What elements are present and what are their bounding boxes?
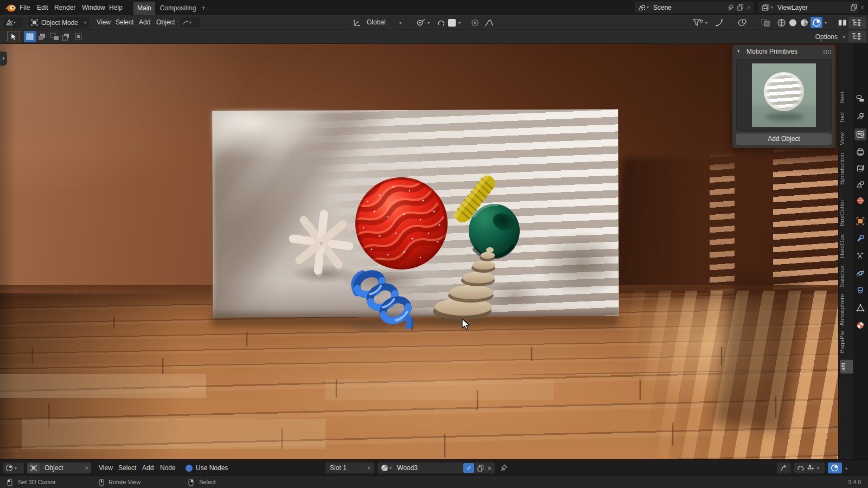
sidebar-tab-strip: Item Tool View Bproduction BoxCutter Har…: [838, 44, 853, 459]
output-properties-icon[interactable]: [854, 146, 866, 158]
sidebar-tab-tool[interactable]: Tool: [839, 112, 853, 123]
world-properties-icon[interactable]: [854, 195, 866, 207]
orientation-icon: [353, 19, 361, 27]
overlays-icon[interactable]: [738, 18, 748, 27]
proportional-edit-icon[interactable]: [437, 19, 445, 27]
visibility-filter-icon[interactable]: [693, 19, 704, 27]
snap-icon[interactable]: [417, 19, 426, 27]
snapping-group[interactable]: ▾: [794, 463, 825, 473]
sidebar-tab-sanctus[interactable]: Sanctus: [839, 266, 853, 287]
shader-editor-header: ▾ Object ▾ View Select Add Node Use Node…: [0, 459, 868, 476]
tweak-tool-button[interactable]: [7, 31, 20, 42]
menu-select[interactable]: Select: [116, 15, 133, 30]
proportional-connected-icon[interactable]: [471, 19, 479, 27]
material-properties-icon[interactable]: [854, 319, 866, 331]
shader-menu-select[interactable]: Select: [118, 460, 136, 476]
select-invert-icon[interactable]: [62, 33, 72, 41]
sidebar-tab-view[interactable]: View: [839, 132, 853, 145]
editor-type-button-shader[interactable]: ▾: [3, 463, 24, 473]
scene-close-icon[interactable]: ×: [747, 4, 751, 11]
menu-view[interactable]: View: [97, 15, 111, 30]
mode-dropdown[interactable]: Object Mode ▾: [28, 17, 89, 28]
menu-file[interactable]: File: [20, 0, 30, 15]
select-subtract-icon[interactable]: [50, 33, 60, 41]
panel-grip-icon[interactable]: [823, 50, 831, 54]
toolbar-expand-tab[interactable]: ›: [0, 52, 7, 66]
unlink-material-icon[interactable]: ×: [487, 464, 492, 472]
sidebar-tab-boxcutter[interactable]: BoxCutter: [839, 200, 853, 226]
constraints-properties-icon[interactable]: [854, 285, 866, 297]
modifier-properties-icon[interactable]: [854, 233, 866, 245]
render-properties-icon[interactable]: [854, 129, 866, 140]
sidebar-tab-bagapie[interactable]: BagaPie: [839, 331, 853, 354]
shading-solid-icon[interactable]: [788, 18, 797, 27]
editor-type-button[interactable]: ▾: [3, 17, 23, 28]
green-torus-object[interactable]: [469, 204, 520, 258]
shading-rendered-button[interactable]: [810, 17, 822, 28]
viewlayer-properties-icon[interactable]: [854, 162, 866, 174]
menu-add[interactable]: Add: [139, 15, 150, 30]
tab-compositing[interactable]: Compositing: [158, 2, 197, 15]
select-box-tool-button[interactable]: [24, 31, 36, 42]
transform-pivot-button[interactable]: ▾: [180, 17, 200, 28]
pin-icon-shader[interactable]: [500, 464, 508, 472]
shading-wireframe-icon[interactable]: [777, 18, 786, 27]
use-nodes-label[interactable]: Use Nodes: [196, 460, 228, 476]
object-properties-icon[interactable]: [854, 215, 866, 227]
blender-logo[interactable]: [5, 3, 17, 12]
gizmo-icon[interactable]: [715, 18, 725, 27]
shading-material-icon[interactable]: [800, 18, 809, 27]
shader-type-dropdown[interactable]: Object ▾: [27, 463, 91, 473]
copy-material-icon[interactable]: [477, 465, 484, 472]
shader-menu-add[interactable]: Add: [142, 460, 154, 476]
menu-window[interactable]: Window: [82, 0, 105, 15]
fake-user-toggle[interactable]: ✓: [463, 463, 474, 473]
material-preview-toggle[interactable]: [828, 463, 842, 473]
falloff-curve-icon[interactable]: [484, 19, 493, 27]
shader-menu-node[interactable]: Node: [160, 460, 176, 476]
outliner-toggle-button-2[interactable]: [848, 30, 866, 42]
sidebar-tab-atti[interactable]: atti: [840, 360, 853, 374]
back-button[interactable]: [777, 463, 791, 473]
options-label[interactable]: Options: [815, 30, 838, 44]
sidebar-tab-atmosphere[interactable]: Atmosphere: [839, 294, 853, 326]
orientation-label[interactable]: Global: [367, 15, 386, 30]
copy-icon[interactable]: [737, 4, 744, 11]
add-workspace-button[interactable]: +: [199, 2, 208, 15]
pin-icon[interactable]: [727, 4, 734, 11]
xray-icon[interactable]: [761, 19, 770, 27]
menu-edit[interactable]: Edit: [37, 0, 48, 15]
viewlayer-selector[interactable]: ▾ ViewLayer: [758, 2, 859, 13]
sidebar-tab-hardops[interactable]: HardOps: [839, 234, 853, 258]
physics-properties-icon[interactable]: [854, 267, 866, 279]
pause-icon[interactable]: ▮▮: [838, 18, 847, 26]
outliner-toggle-button-1[interactable]: [848, 17, 866, 29]
tan-cone-object[interactable]: [433, 247, 495, 320]
proportional-falloff-button[interactable]: [448, 19, 456, 27]
tool-toggle-icon[interactable]: [854, 93, 866, 105]
viewlayer-close-icon[interactable]: ×: [860, 0, 864, 15]
viewport-3d[interactable]: › ▾ Motioni Primitives Add Object: [0, 44, 838, 459]
snap-chevron: ▾: [427, 21, 430, 25]
select-extend-icon[interactable]: [38, 33, 48, 41]
menu-help[interactable]: Help: [109, 0, 123, 15]
data-properties-icon[interactable]: [854, 302, 866, 314]
use-nodes-checkbox[interactable]: [186, 465, 193, 472]
menu-object[interactable]: Object: [156, 15, 175, 30]
add-object-button[interactable]: Add Object: [736, 133, 832, 145]
particles-properties-icon[interactable]: [854, 250, 866, 262]
scene-properties-icon[interactable]: [854, 178, 866, 190]
sidebar-tab-item[interactable]: Item: [839, 92, 853, 103]
star-object[interactable]: [293, 214, 350, 273]
scene-selector[interactable]: ▾ Scene ×: [635, 2, 754, 13]
tab-main[interactable]: Main: [133, 2, 155, 15]
menu-render[interactable]: Render: [54, 0, 75, 15]
tool-properties-icon[interactable]: [854, 110, 866, 122]
panel-collapse-chevron[interactable]: ▾: [737, 48, 740, 54]
copy-icon[interactable]: [851, 4, 857, 11]
sidebar-tab-bproduction[interactable]: Bproduction: [839, 153, 853, 185]
select-intersect-icon[interactable]: [74, 33, 84, 41]
slot-dropdown[interactable]: Slot 1 ▾: [326, 463, 374, 473]
material-selector[interactable]: ▾ Wood3 ✓ ×: [378, 463, 495, 473]
shader-menu-view[interactable]: View: [99, 460, 113, 476]
